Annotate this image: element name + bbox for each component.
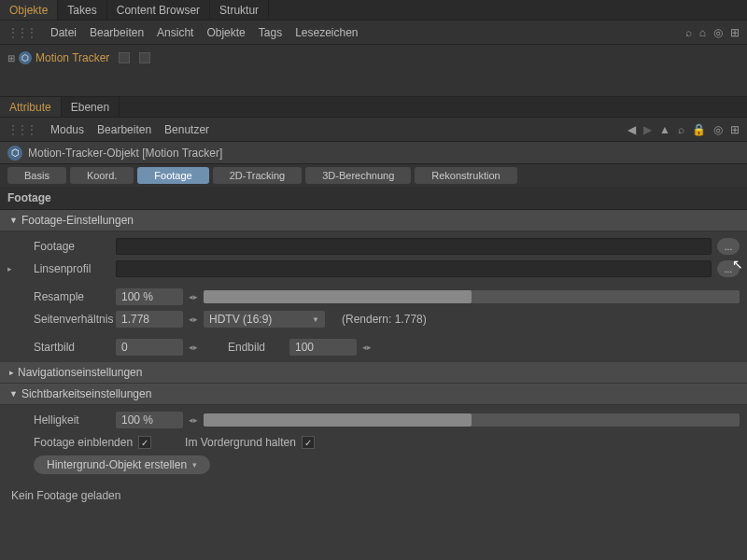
nav-up-icon[interactable]: ▲ (659, 123, 670, 136)
status-message: Kein Footage geladen (0, 480, 747, 511)
object-title: Motion-Tracker-Objekt [Motion Tracker] (28, 147, 222, 160)
motion-tracker-icon: ⬡ (7, 146, 22, 161)
section-title-footage: Footage (0, 187, 747, 210)
attr-menu-modus[interactable]: Modus (50, 123, 84, 136)
menu-tags[interactable]: Tags (259, 26, 282, 39)
motion-tracker-icon: ⬡ (19, 51, 32, 64)
resample-input[interactable] (116, 288, 183, 305)
subtab-koord[interactable]: Koord. (70, 167, 134, 184)
subtab-basis[interactable]: Basis (7, 167, 66, 184)
label-seitenverhaeltnis: Seitenverhältnis (22, 313, 110, 326)
startbild-input[interactable] (116, 339, 183, 356)
label-linsenprofil: Linsenprofil (22, 262, 110, 275)
resample-slider[interactable] (204, 290, 740, 303)
spinner-icon[interactable]: ◂▸ (189, 292, 198, 301)
menu-objekte[interactable]: Objekte (206, 26, 245, 39)
spinner-icon[interactable]: ◂▸ (362, 343, 372, 352)
attribute-tab-bar: Attribute Ebenen (0, 97, 747, 118)
tab-ebenen[interactable]: Ebenen (62, 97, 120, 117)
im-vordergrund-checkbox[interactable]: ✓ (302, 436, 315, 449)
spinner-icon[interactable]: ◂▸ (189, 343, 198, 352)
seitenverhaeltnis-input[interactable] (116, 311, 183, 328)
button-label: Hintergrund-Objekt erstellen (47, 458, 187, 471)
maximize-icon[interactable]: ⊞ (730, 26, 740, 39)
chevron-down-icon: ▾ (192, 460, 197, 469)
group-sichtbarkeitseinstellungen[interactable]: ▼ Sichtbarkeitseinstellungen (0, 384, 747, 405)
tab-attribute[interactable]: Attribute (0, 97, 62, 117)
group-footage-einstellungen[interactable]: ▼ Footage-Einstellungen (0, 210, 747, 231)
grip-icon: ⋮⋮⋮ (7, 123, 35, 136)
group-label: Sichtbarkeitseinstellungen (21, 387, 151, 400)
chevron-right-icon: ▸ (9, 368, 14, 377)
search-icon[interactable]: ⌕ (685, 26, 692, 39)
subtab-footage[interactable]: Footage (137, 167, 208, 184)
menu-bearbeiten[interactable]: Bearbeiten (90, 26, 144, 39)
attr-menu-bearbeiten[interactable]: Bearbeiten (97, 123, 151, 136)
tag-slot-2[interactable] (139, 52, 150, 63)
object-tree: ⊞ ⬡ Motion Tracker (0, 45, 747, 97)
footage-path-input[interactable] (116, 238, 712, 255)
label-footage-einblenden: Footage einblenden (22, 436, 133, 449)
grip-icon: ⋮⋮⋮ (7, 26, 35, 39)
group-label: Navigationseinstellungen (18, 366, 142, 379)
helligkeit-slider[interactable] (204, 413, 740, 427)
linsenprofil-input[interactable] (116, 260, 712, 277)
menu-lesezeichen[interactable]: Lesezeichen (295, 26, 358, 39)
menu-datei[interactable]: Datei (50, 26, 77, 39)
object-menubar: ⋮⋮⋮ Datei Bearbeiten Ansicht Objekte Tag… (0, 21, 747, 45)
chevron-down-icon: ▼ (9, 216, 18, 225)
label-footage: Footage (22, 240, 110, 253)
attribute-sub-tabs: Basis Koord. Footage 2D-Tracking 3D-Bere… (0, 164, 747, 187)
attribute-menubar: ⋮⋮⋮ Modus Bearbeiten Benutzer ◀ ▶ ▲ ⌕ 🔒 … (0, 118, 747, 142)
footage-einblenden-checkbox[interactable]: ✓ (138, 436, 151, 449)
helligkeit-input[interactable] (116, 412, 183, 428)
tree-expand-icon[interactable]: ⊞ (7, 53, 15, 63)
top-tab-bar: Objekte Takes Content Browser Struktur (0, 0, 747, 21)
render-aspect-text: (Rendern: 1.778) (342, 313, 427, 326)
attr-menu-benutzer[interactable]: Benutzer (164, 123, 209, 136)
linsenprofil-browse-button[interactable]: ... (717, 260, 740, 277)
aspect-preset-dropdown[interactable]: HDTV (16:9) ▼ (204, 311, 325, 328)
object-header: ⬡ Motion-Tracker-Objekt [Motion Tracker] (0, 142, 747, 164)
tag-slot-1[interactable] (119, 52, 130, 63)
label-resample: Resample (22, 290, 110, 303)
target-icon[interactable]: ◎ (713, 123, 723, 136)
label-im-vordergrund: Im Vordergrund halten (185, 436, 296, 449)
chevron-down-icon: ▼ (312, 315, 319, 324)
nav-back-icon[interactable]: ◀ (627, 123, 636, 136)
subtab-3d-berechnung[interactable]: 3D-Berechnung (305, 167, 411, 184)
dropdown-value: HDTV (16:9) (209, 313, 272, 326)
label-endbild: Endbild (228, 341, 284, 354)
spinner-icon[interactable]: ◂▸ (189, 315, 198, 324)
slider-fill (204, 413, 472, 427)
slider-fill (204, 290, 472, 303)
hintergrund-objekt-erstellen-button[interactable]: Hintergrund-Objekt erstellen ▾ (34, 455, 210, 474)
tab-takes[interactable]: Takes (58, 0, 106, 20)
tab-content-browser[interactable]: Content Browser (107, 0, 210, 20)
tab-struktur[interactable]: Struktur (210, 0, 269, 20)
footage-browse-button[interactable]: ... (717, 238, 740, 255)
search-icon[interactable]: ⌕ (678, 123, 684, 136)
label-helligkeit: Helligkeit (22, 413, 110, 427)
chevron-down-icon: ▼ (9, 389, 18, 399)
nav-fwd-icon[interactable]: ▶ (643, 123, 652, 136)
label-startbild: Startbild (22, 341, 110, 354)
subtab-2d-tracking[interactable]: 2D-Tracking (213, 167, 303, 184)
maximize-icon[interactable]: ⊞ (730, 123, 740, 136)
tree-item-motion-tracker[interactable]: Motion Tracker (35, 51, 109, 64)
eye-icon[interactable]: ◎ (713, 26, 723, 39)
endbild-input[interactable] (289, 339, 357, 356)
lock-icon[interactable]: 🔒 (692, 123, 706, 136)
group-label: Footage-Einstellungen (21, 214, 134, 227)
tab-objekte[interactable]: Objekte (0, 0, 58, 20)
subtab-rekonstruktion[interactable]: Rekonstruktion (415, 167, 516, 184)
home-icon[interactable]: ⌂ (699, 26, 706, 39)
chevron-right-icon[interactable]: ▸ (7, 264, 17, 273)
group-navigationseinstellungen[interactable]: ▸ Navigationseinstellungen (0, 362, 747, 384)
spinner-icon[interactable]: ◂▸ (189, 415, 198, 425)
menu-ansicht[interactable]: Ansicht (157, 26, 193, 39)
